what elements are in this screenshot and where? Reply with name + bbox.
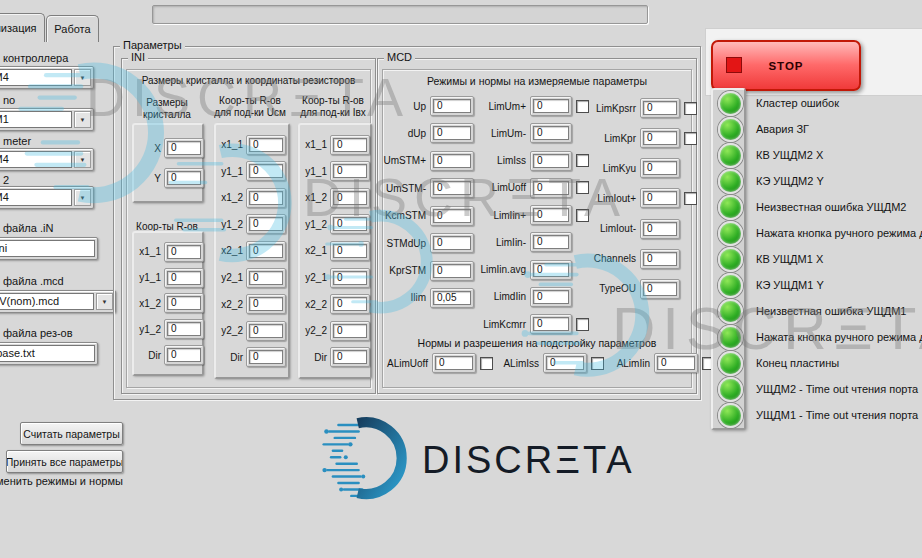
numeric-control: 0 <box>654 353 698 373</box>
numeric-input[interactable]: 0 <box>249 297 283 311</box>
com-second-select[interactable]: OM1 ▼ <box>0 108 94 131</box>
led-indicator-icon <box>718 377 743 402</box>
chevron-down-icon[interactable]: ▼ <box>96 293 113 310</box>
numeric-input[interactable]: 0 <box>249 271 283 285</box>
numeric-control: 0 <box>530 232 572 252</box>
numeric-input[interactable]: 0 <box>249 324 283 338</box>
com-controller-select[interactable]: OM4 ▼ <box>0 66 94 89</box>
numeric-input[interactable]: 0 <box>333 191 367 205</box>
numeric-input[interactable]: 0 <box>249 244 283 258</box>
numeric-input[interactable]: 0 <box>533 126 569 140</box>
com-fourth-value[interactable]: OM4 <box>0 189 72 206</box>
numeric-input[interactable]: 0 <box>333 271 367 285</box>
numeric-input[interactable]: 0 <box>249 350 283 364</box>
com-second-value[interactable]: OM1 <box>0 111 72 128</box>
numeric-control: 0 <box>330 214 370 234</box>
numeric-input[interactable]: 0 <box>333 217 367 231</box>
numeric-input[interactable]: 0 <box>333 350 367 364</box>
numeric-input[interactable]: 0 <box>643 191 677 205</box>
numeric-input[interactable]: 0 <box>643 131 677 145</box>
com-fourth-label: 2 <box>3 174 9 186</box>
numeric-input[interactable]: 0 <box>643 282 677 296</box>
numeric-input[interactable]: 0 <box>533 263 569 277</box>
com-meter-select[interactable]: OM4 ▼ <box>0 148 94 171</box>
numeric-input[interactable]: 0 <box>333 164 367 178</box>
numeric-input[interactable]: 0 <box>433 154 471 168</box>
numeric-input[interactable]: 0 <box>546 356 584 370</box>
indicator-row: КВ УЩДМ2 X <box>712 144 922 166</box>
chevron-down-icon[interactable]: ▼ <box>74 151 91 168</box>
ini-file-field[interactable]: 2.ini <box>0 237 98 260</box>
numeric-input[interactable]: 0 <box>333 324 367 338</box>
limit-enable-checkbox[interactable] <box>684 102 697 115</box>
tune-enable-checkbox[interactable] <box>480 357 493 370</box>
numeric-input[interactable]: 0 <box>167 245 201 259</box>
numeric-input[interactable]: 0 <box>167 171 201 185</box>
mcd-file-select[interactable]: _5V(nom).mcd ▼ <box>0 290 116 313</box>
numeric-input[interactable]: 0 <box>643 161 677 175</box>
results-file-field[interactable]: tabase.txt <box>0 342 98 365</box>
numeric-input[interactable]: 0 <box>433 236 471 250</box>
numeric-input[interactable]: 0 <box>657 356 695 370</box>
numeric-input[interactable]: 0 <box>643 101 677 115</box>
com-meter-value[interactable]: OM4 <box>0 151 72 168</box>
numeric-input[interactable]: 0 <box>643 252 677 266</box>
tune-row: ALimUoff 0 ALimIss 0 ALimIin 0 <box>382 353 694 373</box>
mcd-file-value[interactable]: _5V(nom).mcd <box>0 293 94 310</box>
chevron-down-icon[interactable]: ▼ <box>74 69 91 86</box>
numeric-input[interactable]: 0 <box>643 222 677 236</box>
chevron-down-icon[interactable]: ▼ <box>74 111 91 128</box>
numeric-input[interactable]: 0 <box>533 290 569 304</box>
led-indicator-icon <box>718 351 743 376</box>
numeric-input[interactable]: 0 <box>249 217 283 231</box>
numeric-input[interactable]: 0 <box>433 264 471 278</box>
limit-enable-checkbox[interactable] <box>576 318 589 331</box>
numeric-input[interactable]: 0 <box>167 296 201 310</box>
results-file-value[interactable]: tabase.txt <box>0 345 95 362</box>
numeric-control: 0 <box>543 353 587 373</box>
numeric-input[interactable]: 0 <box>167 322 201 336</box>
mcd-field-row: LimIin- 0 <box>476 231 592 253</box>
stop-indicator-square <box>726 57 742 73</box>
stop-button[interactable]: STOP <box>711 40 861 91</box>
com-fourth-select[interactable]: OM4 ▼ <box>0 186 94 209</box>
numeric-input[interactable]: 0 <box>533 154 569 168</box>
numeric-input[interactable]: 0 <box>333 244 367 258</box>
tune-enable-checkbox[interactable] <box>591 357 604 370</box>
numeric-input[interactable]: 0 <box>533 235 569 249</box>
numeric-input[interactable]: 0 <box>333 297 367 311</box>
mcd-field-row: LimUm- 0 <box>476 122 592 144</box>
numeric-input[interactable]: 0 <box>533 317 569 331</box>
limit-enable-checkbox[interactable] <box>684 192 697 205</box>
apply-all-parameters-button[interactable]: Принять все параметры <box>6 450 123 473</box>
numeric-input[interactable]: 0 <box>433 126 471 140</box>
tab-initialization[interactable]: лизация <box>0 13 45 42</box>
numeric-input[interactable]: 0 <box>249 191 283 205</box>
numeric-input[interactable]: 0 <box>435 356 473 370</box>
limit-enable-checkbox[interactable] <box>684 132 697 145</box>
numeric-input[interactable]: 0 <box>249 164 283 178</box>
field-label: Dir <box>138 350 161 361</box>
numeric-input[interactable]: 0 <box>433 181 471 195</box>
read-parameters-button[interactable]: Считать параметры <box>20 422 123 445</box>
numeric-input[interactable]: 0 <box>533 99 569 113</box>
ini-file-value[interactable]: 2.ini <box>0 240 95 257</box>
numeric-input[interactable]: 0 <box>433 209 471 223</box>
field-label: LimIin.avg <box>476 264 526 275</box>
numeric-input[interactable]: 0 <box>167 141 201 155</box>
chevron-down-icon[interactable]: ▼ <box>74 189 91 206</box>
numeric-input[interactable]: 0,05 <box>433 291 471 305</box>
numeric-input[interactable]: 0 <box>533 208 569 222</box>
numeric-input[interactable]: 0 <box>533 181 569 195</box>
numeric-input[interactable]: 0 <box>167 348 201 362</box>
numeric-input[interactable]: 0 <box>167 271 201 285</box>
numeric-input[interactable]: 0 <box>333 138 367 152</box>
indicator-label: КЭ УЩДМ1 Y <box>756 279 824 291</box>
field-label: dUp <box>382 128 426 139</box>
indicator-label: Конец пластины <box>756 357 839 369</box>
numeric-input[interactable]: 0 <box>433 99 471 113</box>
mcd-column-3: LimKpsrr 0 LimKpr 0 LimKyu 0 <box>580 97 706 300</box>
com-controller-value[interactable]: OM4 <box>0 69 72 86</box>
tab-work[interactable]: Работа <box>46 15 99 42</box>
numeric-input[interactable]: 0 <box>249 138 283 152</box>
